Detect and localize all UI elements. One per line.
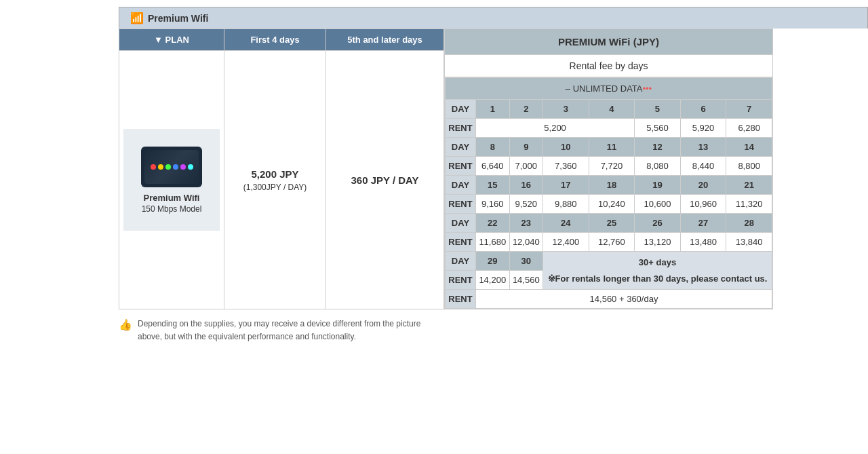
day-row-2: DAY 8 9 10 11 12 13 14 (446, 138, 772, 157)
col-later-header: 5th and later days (326, 29, 444, 51)
day-row-5: DAY 29 30 30+ days ※For rentals longer t… (446, 252, 772, 271)
device-screen (141, 147, 202, 187)
day-label-2: DAY (446, 138, 476, 157)
dot-red (151, 164, 156, 170)
day-5: 5 (635, 100, 681, 119)
unlimited-label: – UNLIMTED DATA••• (446, 78, 772, 100)
dot-yellow (158, 164, 163, 170)
day-21: 21 (726, 176, 772, 195)
day-12: 12 (635, 138, 681, 157)
day-label-3: DAY (446, 176, 476, 195)
rent-1-4: 5,200 (476, 119, 635, 138)
day-7: 7 (726, 100, 772, 119)
rent-row-4: RENT 11,680 12,040 12,400 12,760 13,120 … (446, 233, 772, 252)
rent-label-3: RENT (446, 195, 476, 214)
day-2: 2 (509, 100, 543, 119)
col-plan-header: ▼ PLAN (119, 29, 224, 51)
dot-green (165, 164, 171, 170)
rent-26: 13,120 (635, 233, 681, 252)
day-9: 9 (509, 138, 543, 157)
dot-blue (173, 164, 178, 170)
day-23: 23 (509, 214, 543, 233)
first-price-cell: 5,200 JPY (1,300JPY / DAY) (224, 51, 326, 309)
notice-text: Depending on the supplies, you may recei… (138, 318, 431, 343)
rent-20: 10,960 (680, 195, 726, 214)
rent-7: 6,280 (726, 119, 772, 138)
note-30plus-cell: 30+ days ※For rentals longer than 30 day… (543, 252, 772, 290)
rent-15: 9,160 (476, 195, 510, 214)
day-26: 26 (635, 214, 681, 233)
rent-19: 10,600 (635, 195, 681, 214)
device-model: 150 Mbps Model (142, 204, 202, 214)
main-content: ▼ PLAN First 4 days 5th and later days (119, 29, 773, 309)
note-30plus-title: 30+ days (546, 256, 769, 269)
day-11: 11 (589, 138, 635, 157)
day-label-5: DAY (446, 252, 476, 271)
day-25: 25 (589, 214, 635, 233)
day-1: 1 (476, 100, 510, 119)
rent-22: 11,680 (476, 233, 510, 252)
day-4: 4 (589, 100, 635, 119)
day-row-4: DAY 22 23 24 25 26 27 28 (446, 214, 772, 233)
day-10: 10 (543, 138, 589, 157)
first-price-main: 5,200 JPY (229, 168, 321, 180)
day-row-1: DAY 1 2 3 4 5 6 7 (446, 100, 772, 119)
day-label-4: DAY (446, 214, 476, 233)
day-16: 16 (509, 176, 543, 195)
rent-27: 13,480 (680, 233, 726, 252)
rent-10: 7,360 (543, 157, 589, 176)
day-3: 3 (543, 100, 589, 119)
unlimited-row: – UNLIMTED DATA••• (446, 78, 772, 100)
device-name: Premium Wifi (144, 193, 200, 203)
rent-8: 6,640 (476, 157, 510, 176)
dot-purple (180, 164, 186, 170)
rent-9: 7,000 (509, 157, 543, 176)
day-15: 15 (476, 176, 510, 195)
day-24: 24 (543, 214, 589, 233)
pricing-title: PREMIUM WiFi (JPY) (445, 29, 772, 55)
day-19: 19 (635, 176, 681, 195)
notice-area: 👍 Depending on the supplies, you may rec… (119, 318, 431, 343)
rent-12: 8,080 (635, 157, 681, 176)
day-14: 14 (726, 138, 772, 157)
rent-final-note: 14,560 + 360/day (476, 290, 772, 309)
day-6: 6 (680, 100, 726, 119)
notice-icon: 👍 (119, 318, 132, 331)
rent-17: 9,880 (543, 195, 589, 214)
device-cell: Premium Wifi 150 Mbps Model (119, 51, 224, 309)
wifi-tab[interactable]: 📶 Premium Wifi (119, 7, 868, 29)
day-22: 22 (476, 214, 510, 233)
rent-row-3: RENT 9,160 9,520 9,880 10,240 10,600 10,… (446, 195, 772, 214)
rent-16: 9,520 (509, 195, 543, 214)
rent-30: 14,560 (509, 271, 543, 290)
day-20: 20 (680, 176, 726, 195)
day-8: 8 (476, 138, 510, 157)
day-30: 30 (509, 252, 543, 271)
later-price-cell: 360 JPY / DAY (326, 51, 444, 309)
col-first-header: First 4 days (224, 29, 326, 51)
rent-row-final: RENT 14,560 + 360/day (446, 290, 772, 309)
rent-label-4: RENT (446, 233, 476, 252)
dot-cyan (188, 164, 193, 170)
day-28: 28 (726, 214, 772, 233)
plan-table: ▼ PLAN First 4 days 5th and later days (119, 29, 444, 309)
rent-23: 12,040 (509, 233, 543, 252)
day-13: 13 (680, 138, 726, 157)
rent-label-2: RENT (446, 157, 476, 176)
rent-row-2: RENT 6,640 7,000 7,360 7,720 8,080 8,440… (446, 157, 772, 176)
wifi-tab-label: Premium Wifi (148, 13, 208, 24)
plan-row: Premium Wifi 150 Mbps Model 5,200 JPY (1… (119, 51, 444, 309)
rent-28: 13,840 (726, 233, 772, 252)
first-price-sub: (1,300JPY / DAY) (229, 183, 321, 192)
rent-6: 5,920 (680, 119, 726, 138)
rent-11: 7,720 (589, 157, 635, 176)
rent-label-5: RENT (446, 271, 476, 290)
rent-29: 14,200 (476, 271, 510, 290)
day-row-3: DAY 15 16 17 18 19 20 21 (446, 176, 772, 195)
day-18: 18 (589, 176, 635, 195)
rent-18: 10,240 (589, 195, 635, 214)
device-screen-inner (144, 150, 199, 184)
pricing-table: – UNLIMTED DATA••• DAY 1 2 3 4 5 6 7 (445, 77, 772, 309)
day-27: 27 (680, 214, 726, 233)
rent-label-1: RENT (446, 119, 476, 138)
